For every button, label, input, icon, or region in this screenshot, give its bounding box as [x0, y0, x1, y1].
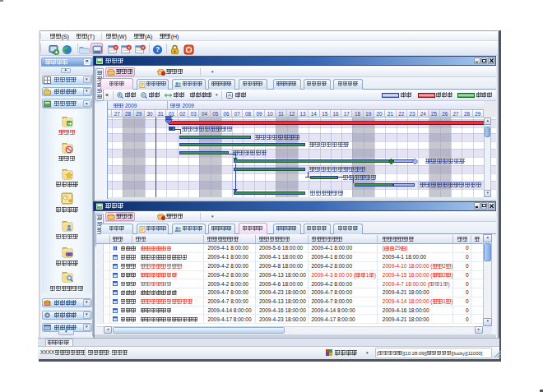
svg-text:?: ? [155, 45, 160, 53]
